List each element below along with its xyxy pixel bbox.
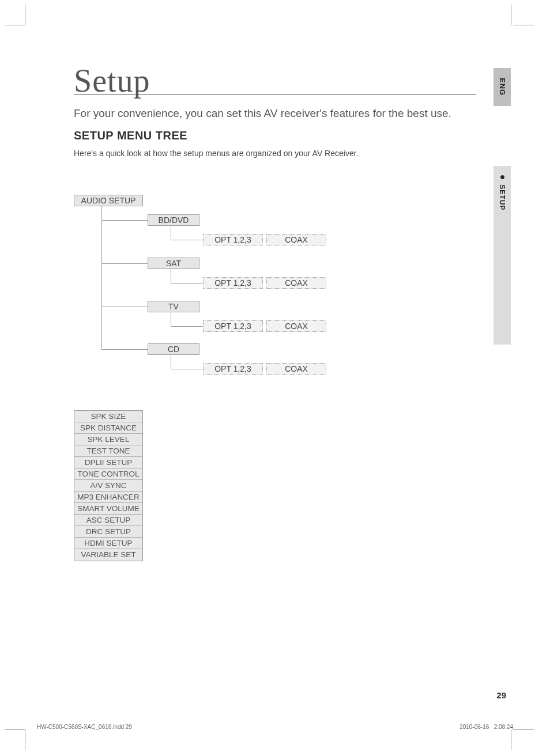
intro-text: For your convenience, you can set this A… <box>74 107 451 120</box>
tree-root-audio-setup: AUDIO SETUP <box>74 195 143 206</box>
footer-date: 2010-06-16 <box>459 724 489 730</box>
bullet-icon: ● <box>498 172 507 182</box>
tree-connector <box>101 263 148 264</box>
section-tab-text: SETUP <box>498 184 506 210</box>
tree-connector <box>171 369 203 369</box>
tree-item: DRC SETUP <box>74 526 142 538</box>
tree-item: SPK LEVEL <box>74 434 142 445</box>
section-tab-label: ● SETUP <box>497 172 507 210</box>
tree-leaf-coax: COAX <box>266 277 326 289</box>
tree-item: SPK SIZE <box>74 411 142 422</box>
tree-connector <box>101 307 148 307</box>
tree-item: VARIABLE SET <box>74 549 142 561</box>
tree-item: A/V SYNC <box>74 480 142 492</box>
tree-item: MP3 ENHANCER <box>74 492 142 503</box>
tree-item: ASC SETUP <box>74 515 142 526</box>
section-tab: ● SETUP <box>494 166 511 345</box>
tree-connector <box>171 269 171 283</box>
tree-item-list: SPK SIZE SPK DISTANCE SPK LEVEL TEST TON… <box>74 410 143 561</box>
tree-connector <box>171 326 203 327</box>
page-number: 29 <box>496 690 506 700</box>
tree-item: DPLII SETUP <box>74 457 142 468</box>
title-underline <box>74 94 476 95</box>
tree-leaf-coax: COAX <box>266 234 326 245</box>
tree-node-bddvd: BD/DVD <box>148 214 199 226</box>
tree-leaf-opt: OPT 1,2,3 <box>203 363 263 375</box>
tree-leaf-opt: OPT 1,2,3 <box>203 277 263 289</box>
tree-leaf-opt: OPT 1,2,3 <box>203 320 263 332</box>
tree-item: SPK DISTANCE <box>74 422 142 434</box>
tree-connector <box>171 312 171 326</box>
footer-timestamp: 2010-06-16 2:08:24 <box>459 724 513 730</box>
tree-item: TONE CONTROL <box>74 468 142 480</box>
tree-connector <box>171 226 171 240</box>
tree-item: HDMI SETUP <box>74 538 142 549</box>
tree-leaf-opt: OPT 1,2,3 <box>203 234 263 245</box>
tree-connector <box>171 283 203 284</box>
tree-connector <box>101 349 148 350</box>
language-tab: ENG <box>494 68 511 106</box>
tree-connector <box>171 355 171 369</box>
tree-item: TEST TONE <box>74 445 142 457</box>
section-title: SETUP MENU TREE <box>74 129 187 142</box>
tree-leaf-coax: COAX <box>266 363 326 375</box>
tree-connector <box>101 220 148 221</box>
tree-connector <box>171 240 203 240</box>
language-label: ENG <box>498 78 507 96</box>
menu-tree: AUDIO SETUP BD/DVD OPT 1,2,3 COAX SAT OP… <box>74 195 362 575</box>
section-subtitle: Here's a quick look at how the setup men… <box>74 149 358 158</box>
tree-leaf-coax: COAX <box>266 320 326 332</box>
tree-node-cd: CD <box>148 343 199 355</box>
tree-item: SMART VOLUME <box>74 503 142 515</box>
tree-node-tv: TV <box>148 301 199 312</box>
footer-filename: HW-C500-C560S-XAC_0616.indd 29 <box>37 724 132 730</box>
footer-time: 2:08:24 <box>494 724 513 730</box>
page-title: Setup <box>74 62 150 99</box>
tree-node-sat: SAT <box>148 258 199 269</box>
tree-connector <box>101 206 102 349</box>
